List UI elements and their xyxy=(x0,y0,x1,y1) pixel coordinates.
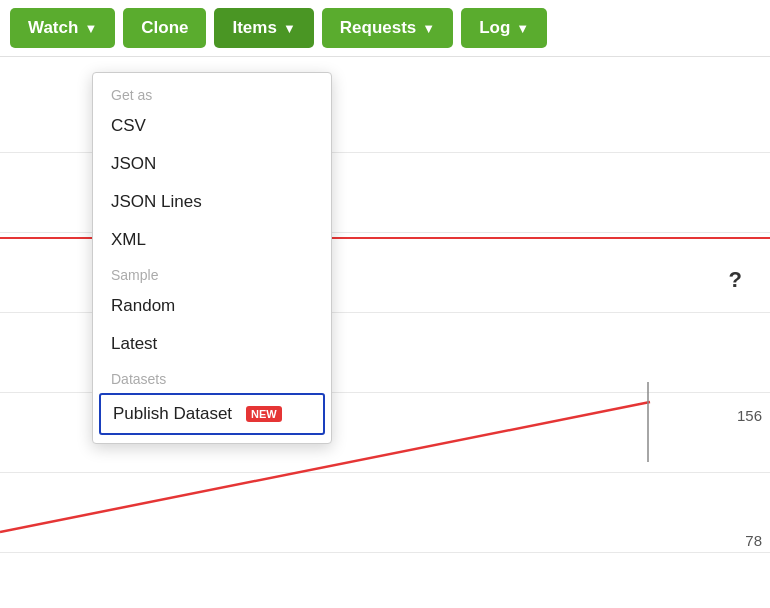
log-button[interactable]: Log ▼ xyxy=(461,8,547,48)
json-item[interactable]: JSON xyxy=(93,145,331,183)
watch-label: Watch xyxy=(28,18,78,38)
y-label-156: 156 xyxy=(737,407,762,424)
items-button[interactable]: Items ▼ xyxy=(214,8,313,48)
y-label-78: 78 xyxy=(745,532,762,549)
publish-dataset-label: Publish Dataset xyxy=(113,404,232,424)
clone-label: Clone xyxy=(141,18,188,38)
items-axis-label: Items xyxy=(766,410,770,454)
requests-chevron-icon: ▼ xyxy=(422,21,435,36)
json-label: JSON xyxy=(111,154,156,174)
items-dropdown: Get as CSV JSON JSON Lines XML Sample Ra… xyxy=(92,72,332,444)
xml-item[interactable]: XML xyxy=(93,221,331,259)
items-chevron-icon: ▼ xyxy=(283,21,296,36)
requests-button[interactable]: Requests ▼ xyxy=(322,8,453,48)
new-badge: NEW xyxy=(246,406,282,422)
watch-chevron-icon: ▼ xyxy=(84,21,97,36)
json-lines-label: JSON Lines xyxy=(111,192,202,212)
xml-label: XML xyxy=(111,230,146,250)
latest-label: Latest xyxy=(111,334,157,354)
watch-button[interactable]: Watch ▼ xyxy=(10,8,115,48)
sample-section-label: Sample xyxy=(93,259,331,287)
random-item[interactable]: Random xyxy=(93,287,331,325)
log-label: Log xyxy=(479,18,510,38)
clone-button[interactable]: Clone xyxy=(123,8,206,48)
dropdown-menu: Get as CSV JSON JSON Lines XML Sample Ra… xyxy=(92,72,332,444)
csv-label: CSV xyxy=(111,116,146,136)
json-lines-item[interactable]: JSON Lines xyxy=(93,183,331,221)
items-label: Items xyxy=(232,18,276,38)
datasets-section-label: Datasets xyxy=(93,363,331,391)
random-label: Random xyxy=(111,296,175,316)
log-chevron-icon: ▼ xyxy=(516,21,529,36)
latest-item[interactable]: Latest xyxy=(93,325,331,363)
csv-item[interactable]: CSV xyxy=(93,107,331,145)
get-as-section-label: Get as xyxy=(93,79,331,107)
toolbar: Watch ▼ Clone Items ▼ Requests ▼ Log ▼ xyxy=(0,0,770,57)
requests-label: Requests xyxy=(340,18,417,38)
question-mark: ? xyxy=(729,267,742,293)
publish-dataset-item[interactable]: Publish Dataset NEW xyxy=(99,393,325,435)
